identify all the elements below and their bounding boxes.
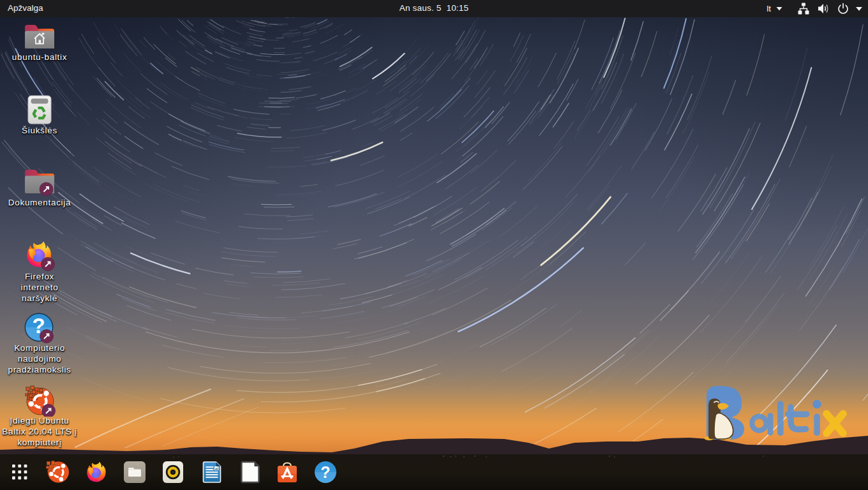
svg-text:?: ? [320,463,330,481]
